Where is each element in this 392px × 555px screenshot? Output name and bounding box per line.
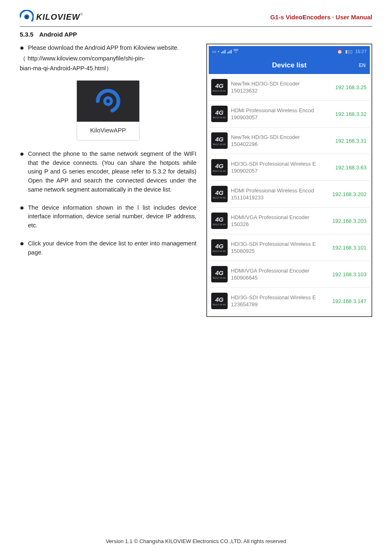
device-list-item[interactable]: 4GBUILT-IN 4GHDMI/VGA Professional Encod… xyxy=(209,208,370,234)
page-header: KILOVIEW® G1-s VideoEncoders · User Manu… xyxy=(20,10,372,27)
bullet-text: Connect the phone to the same network se… xyxy=(28,150,196,194)
device-serial: 150402296 xyxy=(231,141,330,147)
device-icon-subtext: BUILT-IN 4G xyxy=(213,303,226,306)
wifi-icon xyxy=(233,49,238,54)
device-ip: 192.168.3.203 xyxy=(330,218,367,224)
device-icon-subtext: BUILT-IN 4G xyxy=(213,143,226,146)
brand-logo: KILOVIEW® xyxy=(20,10,83,24)
device-icon-subtext: BUILT-IN 4G xyxy=(213,197,226,199)
device-icon-text: 4G xyxy=(215,136,224,142)
device-ip: 192.168.3.25 xyxy=(333,84,367,90)
device-name: HDMI/VGA Professional Encoder xyxy=(231,268,327,274)
device-serial: 190903057 xyxy=(231,114,330,120)
brand-suffix: ® xyxy=(80,12,83,16)
device-name: NewTek HD/3G-SDI Encoder xyxy=(231,81,330,87)
app-icon-card: KiloViewAPP xyxy=(76,80,140,141)
device-list-item[interactable]: 4GBUILT-IN 4GHDMI Professional Wireless … xyxy=(209,101,370,127)
device-text: HD/3G-SDI Professional Wireless E1236547… xyxy=(231,294,327,308)
bullet-text: The device information shown in the l li… xyxy=(28,204,196,230)
device-text: HDMI Professional Wireless Encod15110419… xyxy=(231,187,327,201)
bullet-item: ● Connect the phone to the same network … xyxy=(20,150,196,194)
device-icon: 4GBUILT-IN 4G xyxy=(211,239,228,256)
device-icon-text: 4G xyxy=(215,216,224,222)
device-icon: 4GBUILT-IN 4G xyxy=(211,266,228,282)
phone-screenshot-frame: ▭ • ⏰ ▮▯▯ 15:27 Device xyxy=(206,44,372,317)
bullet-dot: ● xyxy=(20,150,28,194)
device-serial: 15080925 xyxy=(231,248,327,254)
device-icon: 4GBUILT-IN 4G xyxy=(211,213,228,229)
device-serial: 190902057 xyxy=(231,168,330,174)
bullet-dot: ● xyxy=(20,239,28,257)
bullet-text: Click your device from the device list t… xyxy=(28,239,196,257)
device-serial: 150123632 xyxy=(231,88,330,94)
device-icon-subtext: BUILT-IN 4G xyxy=(213,250,226,252)
device-list-item[interactable]: 4GBUILT-IN 4GHD/3G-SDI Professional Wire… xyxy=(209,234,370,261)
device-ip: 192.168.3.103 xyxy=(330,271,367,278)
device-icon-text: 4G xyxy=(215,190,224,196)
device-text: NewTek HD/3G-SDI Encoder150402296 xyxy=(231,134,330,147)
device-icon-text: 4G xyxy=(215,83,224,89)
device-icon: 4GBUILT-IN 4G xyxy=(211,293,228,309)
device-text: HDMI/VGA Professional Encoder150326 xyxy=(231,214,327,227)
device-ip: 192.168.3.147 xyxy=(330,298,367,304)
page-footer: Version 1.1 © Changsha KILOVIEW Electron… xyxy=(0,538,392,544)
section-heading: 5.3.5Android APP xyxy=(20,31,372,38)
device-text: HD/3G-SDI Professional Wireless E1508092… xyxy=(231,241,327,254)
status-icon: • xyxy=(218,49,219,54)
device-list-item[interactable]: 4GBUILT-IN 4GHDMI Professional Wireless … xyxy=(209,181,370,208)
signal-icon xyxy=(221,49,226,53)
device-name: HDMI/VGA Professional Encoder xyxy=(231,214,327,220)
status-left-icons: ▭ • xyxy=(212,49,238,54)
app-icon-graphic xyxy=(77,81,139,122)
device-icon: 4GBUILT-IN 4G xyxy=(211,106,228,122)
device-name: NewTek HD/3G-SDI Encoder xyxy=(231,134,330,140)
bullet-text: Please download the Android APP from Kil… xyxy=(28,44,196,53)
status-right: ⏰ ▮▯▯ 15:27 xyxy=(337,49,367,54)
device-icon-subtext: BUILT-IN 4G xyxy=(213,90,226,92)
device-icon-subtext: BUILT-IN 4G xyxy=(213,170,226,172)
device-list: 4GBUILT-IN 4GNewTek HD/3G-SDI Encoder150… xyxy=(209,74,370,314)
device-text: HD/3G-SDI Professional Wireless E1909020… xyxy=(231,161,330,174)
device-icon-subtext: BUILT-IN 4G xyxy=(213,223,226,226)
device-name: HD/3G-SDI Professional Wireless E xyxy=(231,241,327,247)
device-name: HDMI Professional Wireless Encod xyxy=(231,107,330,113)
phone-title-bar: Device list EN xyxy=(209,57,370,74)
signal-icon xyxy=(227,49,232,53)
device-icon: 4GBUILT-IN 4G xyxy=(211,132,228,149)
device-serial: 160906645 xyxy=(231,275,327,281)
language-toggle[interactable]: EN xyxy=(359,62,366,68)
device-name: HD/3G-SDI Professional Wireless E xyxy=(231,294,327,301)
device-list-item[interactable]: 4GBUILT-IN 4GNewTek HD/3G-SDI Encoder150… xyxy=(209,127,370,154)
device-ip: 192.168.3.63 xyxy=(333,164,367,171)
device-list-item[interactable]: 4GBUILT-IN 4GHD/3G-SDI Professional Wire… xyxy=(209,288,370,314)
device-ip: 192.168.3.32 xyxy=(333,111,367,117)
device-icon-text: 4G xyxy=(215,109,224,116)
device-icon: 4GBUILT-IN 4G xyxy=(211,159,228,176)
device-text: HDMI/VGA Professional Encoder160906645 xyxy=(231,268,327,281)
app-icon-label: KiloViewAPP xyxy=(77,122,139,140)
bullet-item: ● The device information shown in the l … xyxy=(20,204,196,230)
logo-mark xyxy=(20,10,34,24)
battery-icon: ▮▯▯ xyxy=(345,49,353,54)
phone-title: Device list xyxy=(272,61,307,69)
device-ip: 192.168.3.31 xyxy=(333,138,367,144)
device-list-item[interactable]: 4GBUILT-IN 4GHD/3G-SDI Professional Wire… xyxy=(209,154,370,181)
status-icon: ▭ xyxy=(212,49,216,54)
device-serial: 150326 xyxy=(231,221,327,227)
document-title: G1-s VideoEncoders · User Manual xyxy=(270,14,372,21)
device-icon-subtext: BUILT-IN 4G xyxy=(213,116,226,119)
device-icon: 4GBUILT-IN 4G xyxy=(211,79,228,95)
bullet-item: ● Click your device from the device list… xyxy=(20,239,196,257)
device-text: HDMI Professional Wireless Encod19090305… xyxy=(231,107,330,120)
device-text: NewTek HD/3G-SDI Encoder150123632 xyxy=(231,81,330,94)
device-list-item[interactable]: 4GBUILT-IN 4GHDMI/VGA Professional Encod… xyxy=(209,261,370,288)
device-icon-text: 4G xyxy=(215,163,224,169)
device-name: HD/3G-SDI Professional Wireless E xyxy=(231,161,330,167)
brand-text: KILOVIEW® xyxy=(36,12,83,22)
device-list-item[interactable]: 4GBUILT-IN 4GNewTek HD/3G-SDI Encoder150… xyxy=(209,74,370,101)
svg-point-4 xyxy=(235,52,236,53)
phone-status-bar: ▭ • ⏰ ▮▯▯ 15:27 xyxy=(209,46,370,57)
device-icon-text: 4G xyxy=(215,296,224,303)
device-icon-text: 4G xyxy=(215,270,224,276)
device-icon: 4GBUILT-IN 4G xyxy=(211,186,228,202)
